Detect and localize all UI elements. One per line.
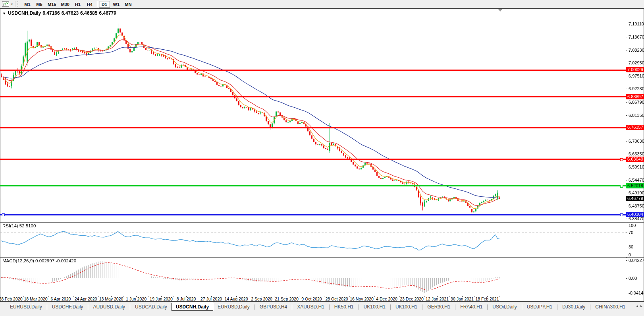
macd-axis-label: -0.04148 [629, 291, 644, 295]
level-line-handle[interactable] [2, 213, 5, 216]
tab-ger30-h1[interactable]: GER30,H1 [423, 303, 455, 311]
price-axis-label: 6.65350 [629, 151, 644, 156]
level-line-handle[interactable] [620, 158, 623, 161]
periods-icon[interactable] [1, 1, 10, 7]
price-level-badge: 6.76157 [626, 125, 644, 130]
date-axis-label: 2 Sep 2020 [249, 297, 274, 301]
timeframe-button-h4[interactable]: H4 [84, 1, 95, 8]
tab-fra40-h1[interactable]: FRA40,H1 [456, 303, 487, 311]
date-axis-label: 27 Jul 2020 [199, 297, 224, 301]
price-axis-label: 6.81350 [629, 113, 644, 118]
tab-uk100-h1[interactable]: UK100,H1 [391, 303, 422, 311]
panel-separator[interactable] [0, 222, 644, 223]
timeframe-button-m15[interactable]: M15 [46, 1, 58, 8]
shift-end-marker-icon [498, 9, 502, 12]
price-level-badge: 7.00029 [626, 67, 644, 72]
ohlc-low: 6.46585 [80, 10, 97, 16]
price-axis-tick [626, 37, 627, 37]
price-axis-label: 6.59910 [629, 165, 644, 169]
date-axis-label: 9 Oct 2020 [299, 297, 324, 301]
current-price-line [0, 199, 626, 199]
tab-scroll-buttons: ◂ ▸ [636, 304, 642, 308]
price-axis-label: 6.54470 [629, 178, 644, 182]
horizontal-level-line[interactable] [0, 214, 626, 215]
price-axis-tick [626, 154, 627, 154]
price-axis-tick [626, 247, 627, 247]
date-axis-label: 28 Feb 2020 [0, 297, 23, 301]
tab-divider [455, 304, 455, 310]
timeframe-button-m5[interactable]: M5 [34, 1, 45, 8]
level-line-handle[interactable] [620, 185, 623, 188]
panel-separator[interactable] [0, 257, 644, 258]
timeframe-button-d1[interactable]: D1 [99, 1, 110, 8]
rsi-panel-canvas[interactable] [0, 223, 626, 257]
price-level-badge: 6.88897 [626, 94, 644, 99]
price-axis-tick [626, 141, 627, 142]
periods-dropdown-icon[interactable]: ▾ [10, 2, 14, 6]
tab-usdjpy-h1[interactable]: USDJPY,H1 [523, 303, 557, 311]
rsi-axis-label: 100 [629, 223, 636, 228]
macd-indicator-label: MACD(12,26,9) 0.002997 -0.002420 [2, 258, 76, 263]
price-axis-label: 7.08230 [629, 48, 644, 52]
date-axis-label: 16 Nov 2020 [349, 297, 374, 301]
tab-hk50-h1[interactable]: HK50,H1 [330, 303, 358, 311]
date-axis-label: 23 Dec 2020 [399, 297, 424, 301]
chart-tabs: EURUSD,DailyUSDCHF,DailyAUDUSD,DailyUSDC… [0, 302, 625, 312]
tab-divider [88, 304, 88, 310]
tab-usdchf-daily[interactable]: USDCHF,Daily [48, 303, 88, 311]
tab-dj30-daily[interactable]: DJ30,Daily [558, 303, 590, 311]
ohlc-high: 6.47623 [62, 10, 79, 16]
price-axis-tick [626, 76, 627, 76]
panel-separator[interactable] [0, 296, 644, 296]
date-axis-label: 8 Jul 2020 [174, 297, 199, 301]
price-axis-label: 7.19110 [629, 21, 644, 26]
macd-axis-label: 0.00 [629, 276, 637, 281]
tabs-scroll-right-icon[interactable]: ▸ [640, 304, 642, 308]
tab-divider [422, 304, 422, 310]
tab-divider [390, 304, 391, 310]
horizontal-level-line[interactable] [0, 70, 626, 71]
tab-audusd-daily[interactable]: AUDUSD,Daily [89, 303, 129, 311]
date-axis-label: 21 Sep 2020 [274, 297, 299, 301]
tab-eurusd-daily[interactable]: EURUSD,Daily [6, 303, 46, 311]
horizontal-level-line[interactable] [0, 96, 626, 97]
tab-uk100-h1[interactable]: UK100,H1 [359, 303, 390, 311]
timeframe-button-m30[interactable]: M30 [59, 1, 71, 8]
tab-divider [522, 304, 522, 310]
horizontal-level-line[interactable] [0, 159, 626, 160]
price-axis-label: 6.86790 [629, 100, 644, 105]
price-level-badge: 6.52018 [626, 183, 644, 188]
tab-usdcnh-daily[interactable]: USDCNH,Daily [172, 303, 213, 311]
date-axis-label: 1 Jun 2020 [123, 297, 149, 301]
tab-china300-h1[interactable]: CHINA300,H1 [591, 303, 625, 311]
tab-usoil-daily[interactable]: USOil,Daily [488, 303, 521, 311]
tab-eurusd-daily[interactable]: EURUSD,Daily [213, 303, 254, 311]
timeframe-button-m1[interactable]: M1 [22, 1, 33, 8]
timeframe-button-h1[interactable]: H1 [72, 1, 83, 8]
tab-divider [557, 304, 557, 310]
toolbar-grip[interactable] [17, 1, 20, 7]
timeframe-button-mn[interactable]: MN [123, 1, 134, 8]
date-axis-label: 6 Apr 2020 [48, 297, 73, 301]
tabs-scroll-left-icon[interactable]: ◂ [636, 304, 638, 308]
tab-bar: EURUSD,DailyUSDCHF,DailyAUDUSD,DailyUSDC… [0, 302, 644, 316]
main-chart-canvas[interactable] [0, 9, 626, 222]
price-axis-label: 6.70630 [629, 139, 644, 143]
tab-usdcad-daily[interactable]: USDCAD,Daily [131, 303, 172, 311]
macd-panel-canvas[interactable] [0, 258, 626, 296]
horizontal-level-line[interactable] [0, 127, 626, 128]
tab-xauusd-h1[interactable]: XAUUSD,H1 [293, 303, 329, 311]
level-line-handle[interactable] [620, 213, 623, 216]
price-axis-tick [626, 206, 627, 206]
trading-app-window: ▾ M1M5M15M30H1H4D1W1MN ▼USDCNH,Daily6.47… [0, 0, 644, 316]
date-axis-label: 19 Jun 2020 [148, 297, 174, 301]
horizontal-level-line[interactable] [0, 185, 626, 186]
ohlc-close: 6.46779 [99, 10, 116, 16]
rsi-axis-label: 30 [629, 244, 633, 249]
tab-gbpusd-h4[interactable]: GBPUSD,H4 [255, 303, 291, 311]
tab-divider [359, 304, 359, 310]
price-axis-tick [626, 50, 627, 50]
price-level-badge: 6.63040 [626, 157, 644, 162]
timeframe-button-w1[interactable]: W1 [111, 1, 122, 8]
date-axis-label: 24 Apr 2020 [73, 297, 98, 301]
